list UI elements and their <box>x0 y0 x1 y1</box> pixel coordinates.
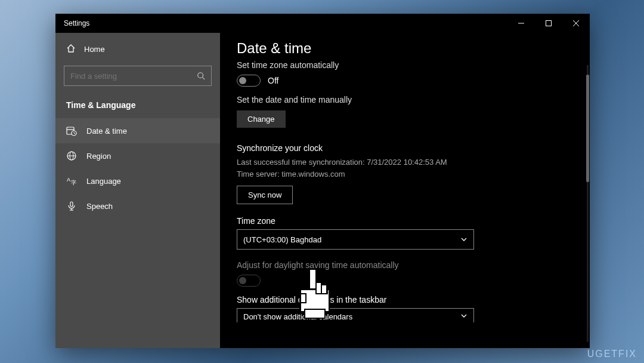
minimize-button[interactable] <box>507 14 535 33</box>
calendars-title: Show additional calendars in the taskbar <box>237 295 573 304</box>
sidebar-item-label: Region <box>86 152 111 161</box>
close-icon <box>573 20 579 26</box>
maximize-button[interactable] <box>535 14 562 33</box>
timezone-value: (UTC+03:00) Baghdad <box>243 235 321 244</box>
home-icon <box>66 44 76 55</box>
settings-window: Settings Home <box>55 14 590 348</box>
sidebar-item-language[interactable]: A字 Language <box>55 168 220 193</box>
timezone-dropdown[interactable]: (UTC+03:00) Baghdad <box>237 229 474 250</box>
change-button[interactable]: Change <box>237 110 286 128</box>
auto-tz-toggle[interactable] <box>237 75 261 87</box>
sidebar-item-label: Language <box>86 177 121 186</box>
window-controls <box>507 14 590 33</box>
calendar-clock-icon <box>66 125 77 136</box>
svg-text:A: A <box>67 177 70 183</box>
globe-icon <box>66 150 77 161</box>
main-panel: Date & time Set time zone automatically … <box>220 33 590 348</box>
search-field[interactable] <box>70 72 197 81</box>
sidebar-nav: Date & time Region A字 Language <box>55 118 220 219</box>
scrollbar-thumb[interactable] <box>586 75 589 182</box>
watermark: UGETFIX <box>587 349 637 359</box>
dst-label: Adjust for daylight saving time automati… <box>237 260 573 270</box>
svg-text:字: 字 <box>71 180 76 186</box>
search-icon <box>197 72 205 80</box>
search-input[interactable] <box>64 66 212 86</box>
close-button[interactable] <box>562 14 590 33</box>
sidebar-category: Time & Language <box>55 94 220 118</box>
sidebar-item-speech[interactable]: Speech <box>55 193 220 219</box>
window-title: Settings <box>64 19 89 27</box>
auto-tz-label: Set time zone automatically <box>237 60 573 70</box>
microphone-icon <box>66 201 77 211</box>
page-title: Date & time <box>237 40 573 57</box>
sync-now-button[interactable]: Sync now <box>237 186 293 204</box>
sync-last: Last successful time synchronization: 7/… <box>237 156 573 168</box>
content-area: Home Time & Language Date & time <box>55 33 590 348</box>
sync-server: Time server: time.windows.com <box>237 168 573 180</box>
svg-line-5 <box>203 78 205 80</box>
minimize-icon <box>518 20 524 26</box>
dst-toggle-row <box>237 275 573 287</box>
sidebar-item-date-time[interactable]: Date & time <box>55 118 220 143</box>
svg-rect-16 <box>70 202 73 207</box>
dst-toggle <box>237 275 261 287</box>
language-icon: A字 <box>66 176 77 186</box>
sidebar-item-label: Date & time <box>86 127 127 136</box>
sidebar-item-region[interactable]: Region <box>55 143 220 168</box>
search-container <box>55 61 220 94</box>
calendars-value: Don't show additional calendars <box>243 312 352 321</box>
sidebar: Home Time & Language Date & time <box>55 33 220 348</box>
sidebar-item-label: Speech <box>86 202 113 211</box>
chevron-down-icon <box>460 236 467 243</box>
calendars-dropdown[interactable]: Don't show additional calendars <box>237 308 474 322</box>
svg-point-4 <box>198 73 203 78</box>
maximize-icon <box>546 20 552 26</box>
sync-title: Synchronize your clock <box>237 143 573 153</box>
home-label: Home <box>84 45 105 54</box>
manual-label: Set the date and time manually <box>237 95 573 104</box>
svg-rect-1 <box>546 21 552 26</box>
home-nav[interactable]: Home <box>55 38 220 61</box>
auto-tz-state: Off <box>268 76 278 85</box>
chevron-down-icon <box>460 312 467 319</box>
titlebar: Settings <box>55 14 590 33</box>
tz-title: Time zone <box>237 216 573 226</box>
auto-tz-toggle-row: Off <box>237 75 573 87</box>
